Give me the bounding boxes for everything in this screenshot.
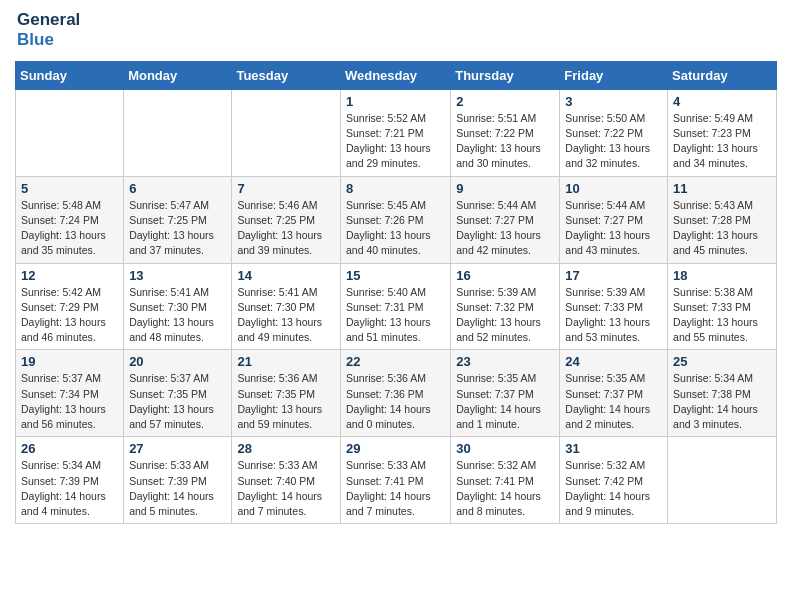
calendar-cell xyxy=(232,89,341,176)
day-info: Sunrise: 5:34 AMSunset: 7:38 PMDaylight:… xyxy=(673,371,771,432)
calendar-cell: 21Sunrise: 5:36 AMSunset: 7:35 PMDayligh… xyxy=(232,350,341,437)
day-number: 8 xyxy=(346,181,445,196)
day-info: Sunrise: 5:50 AMSunset: 7:22 PMDaylight:… xyxy=(565,111,662,172)
header: General Blue xyxy=(15,10,777,51)
day-info: Sunrise: 5:41 AMSunset: 7:30 PMDaylight:… xyxy=(129,285,226,346)
day-info: Sunrise: 5:45 AMSunset: 7:26 PMDaylight:… xyxy=(346,198,445,259)
day-number: 1 xyxy=(346,94,445,109)
day-info: Sunrise: 5:33 AMSunset: 7:41 PMDaylight:… xyxy=(346,458,445,519)
day-number: 24 xyxy=(565,354,662,369)
calendar-cell: 23Sunrise: 5:35 AMSunset: 7:37 PMDayligh… xyxy=(451,350,560,437)
day-info: Sunrise: 5:43 AMSunset: 7:28 PMDaylight:… xyxy=(673,198,771,259)
day-number: 3 xyxy=(565,94,662,109)
day-info: Sunrise: 5:47 AMSunset: 7:25 PMDaylight:… xyxy=(129,198,226,259)
day-number: 4 xyxy=(673,94,771,109)
day-number: 10 xyxy=(565,181,662,196)
calendar-cell: 6Sunrise: 5:47 AMSunset: 7:25 PMDaylight… xyxy=(124,176,232,263)
day-info: Sunrise: 5:51 AMSunset: 7:22 PMDaylight:… xyxy=(456,111,554,172)
calendar-table: SundayMondayTuesdayWednesdayThursdayFrid… xyxy=(15,61,777,524)
calendar-cell: 2Sunrise: 5:51 AMSunset: 7:22 PMDaylight… xyxy=(451,89,560,176)
day-number: 9 xyxy=(456,181,554,196)
day-info: Sunrise: 5:32 AMSunset: 7:41 PMDaylight:… xyxy=(456,458,554,519)
calendar-cell: 28Sunrise: 5:33 AMSunset: 7:40 PMDayligh… xyxy=(232,437,341,524)
day-number: 11 xyxy=(673,181,771,196)
day-info: Sunrise: 5:34 AMSunset: 7:39 PMDaylight:… xyxy=(21,458,118,519)
calendar-cell: 16Sunrise: 5:39 AMSunset: 7:32 PMDayligh… xyxy=(451,263,560,350)
day-info: Sunrise: 5:42 AMSunset: 7:29 PMDaylight:… xyxy=(21,285,118,346)
day-info: Sunrise: 5:35 AMSunset: 7:37 PMDaylight:… xyxy=(456,371,554,432)
logo: General Blue xyxy=(15,10,80,51)
day-info: Sunrise: 5:33 AMSunset: 7:39 PMDaylight:… xyxy=(129,458,226,519)
day-of-week-header: Tuesday xyxy=(232,61,341,89)
day-number: 17 xyxy=(565,268,662,283)
calendar-cell: 30Sunrise: 5:32 AMSunset: 7:41 PMDayligh… xyxy=(451,437,560,524)
day-info: Sunrise: 5:38 AMSunset: 7:33 PMDaylight:… xyxy=(673,285,771,346)
calendar-cell: 10Sunrise: 5:44 AMSunset: 7:27 PMDayligh… xyxy=(560,176,668,263)
calendar-cell: 20Sunrise: 5:37 AMSunset: 7:35 PMDayligh… xyxy=(124,350,232,437)
day-number: 27 xyxy=(129,441,226,456)
day-info: Sunrise: 5:36 AMSunset: 7:35 PMDaylight:… xyxy=(237,371,335,432)
calendar-cell: 25Sunrise: 5:34 AMSunset: 7:38 PMDayligh… xyxy=(668,350,777,437)
logo-general: General xyxy=(17,10,80,30)
calendar-cell: 1Sunrise: 5:52 AMSunset: 7:21 PMDaylight… xyxy=(340,89,450,176)
calendar-cell: 8Sunrise: 5:45 AMSunset: 7:26 PMDaylight… xyxy=(340,176,450,263)
calendar-cell xyxy=(124,89,232,176)
calendar-cell: 5Sunrise: 5:48 AMSunset: 7:24 PMDaylight… xyxy=(16,176,124,263)
calendar-cell: 3Sunrise: 5:50 AMSunset: 7:22 PMDaylight… xyxy=(560,89,668,176)
day-info: Sunrise: 5:46 AMSunset: 7:25 PMDaylight:… xyxy=(237,198,335,259)
day-info: Sunrise: 5:39 AMSunset: 7:33 PMDaylight:… xyxy=(565,285,662,346)
day-number: 23 xyxy=(456,354,554,369)
day-number: 28 xyxy=(237,441,335,456)
day-info: Sunrise: 5:44 AMSunset: 7:27 PMDaylight:… xyxy=(565,198,662,259)
day-of-week-header: Friday xyxy=(560,61,668,89)
calendar-cell: 13Sunrise: 5:41 AMSunset: 7:30 PMDayligh… xyxy=(124,263,232,350)
day-number: 7 xyxy=(237,181,335,196)
day-number: 2 xyxy=(456,94,554,109)
day-number: 5 xyxy=(21,181,118,196)
day-number: 18 xyxy=(673,268,771,283)
calendar-cell: 14Sunrise: 5:41 AMSunset: 7:30 PMDayligh… xyxy=(232,263,341,350)
calendar-cell: 7Sunrise: 5:46 AMSunset: 7:25 PMDaylight… xyxy=(232,176,341,263)
day-info: Sunrise: 5:41 AMSunset: 7:30 PMDaylight:… xyxy=(237,285,335,346)
calendar-cell: 9Sunrise: 5:44 AMSunset: 7:27 PMDaylight… xyxy=(451,176,560,263)
calendar-week-row: 1Sunrise: 5:52 AMSunset: 7:21 PMDaylight… xyxy=(16,89,777,176)
calendar-cell: 24Sunrise: 5:35 AMSunset: 7:37 PMDayligh… xyxy=(560,350,668,437)
day-number: 31 xyxy=(565,441,662,456)
day-number: 14 xyxy=(237,268,335,283)
calendar-week-row: 26Sunrise: 5:34 AMSunset: 7:39 PMDayligh… xyxy=(16,437,777,524)
day-number: 22 xyxy=(346,354,445,369)
day-number: 20 xyxy=(129,354,226,369)
calendar-week-row: 19Sunrise: 5:37 AMSunset: 7:34 PMDayligh… xyxy=(16,350,777,437)
calendar-cell: 12Sunrise: 5:42 AMSunset: 7:29 PMDayligh… xyxy=(16,263,124,350)
day-of-week-header: Thursday xyxy=(451,61,560,89)
calendar-cell: 27Sunrise: 5:33 AMSunset: 7:39 PMDayligh… xyxy=(124,437,232,524)
day-info: Sunrise: 5:39 AMSunset: 7:32 PMDaylight:… xyxy=(456,285,554,346)
calendar-cell: 31Sunrise: 5:32 AMSunset: 7:42 PMDayligh… xyxy=(560,437,668,524)
day-number: 25 xyxy=(673,354,771,369)
day-info: Sunrise: 5:44 AMSunset: 7:27 PMDaylight:… xyxy=(456,198,554,259)
calendar-cell: 17Sunrise: 5:39 AMSunset: 7:33 PMDayligh… xyxy=(560,263,668,350)
day-info: Sunrise: 5:33 AMSunset: 7:40 PMDaylight:… xyxy=(237,458,335,519)
day-number: 12 xyxy=(21,268,118,283)
day-number: 6 xyxy=(129,181,226,196)
day-number: 26 xyxy=(21,441,118,456)
day-number: 30 xyxy=(456,441,554,456)
calendar-cell: 29Sunrise: 5:33 AMSunset: 7:41 PMDayligh… xyxy=(340,437,450,524)
page: General Blue SundayMondayTuesdayWednesda… xyxy=(0,0,792,534)
day-info: Sunrise: 5:37 AMSunset: 7:35 PMDaylight:… xyxy=(129,371,226,432)
day-info: Sunrise: 5:49 AMSunset: 7:23 PMDaylight:… xyxy=(673,111,771,172)
day-of-week-header: Saturday xyxy=(668,61,777,89)
calendar-cell: 26Sunrise: 5:34 AMSunset: 7:39 PMDayligh… xyxy=(16,437,124,524)
calendar-cell: 19Sunrise: 5:37 AMSunset: 7:34 PMDayligh… xyxy=(16,350,124,437)
day-number: 15 xyxy=(346,268,445,283)
day-info: Sunrise: 5:40 AMSunset: 7:31 PMDaylight:… xyxy=(346,285,445,346)
calendar-week-row: 5Sunrise: 5:48 AMSunset: 7:24 PMDaylight… xyxy=(16,176,777,263)
day-info: Sunrise: 5:32 AMSunset: 7:42 PMDaylight:… xyxy=(565,458,662,519)
day-number: 21 xyxy=(237,354,335,369)
day-info: Sunrise: 5:48 AMSunset: 7:24 PMDaylight:… xyxy=(21,198,118,259)
day-number: 13 xyxy=(129,268,226,283)
calendar-cell: 15Sunrise: 5:40 AMSunset: 7:31 PMDayligh… xyxy=(340,263,450,350)
calendar-week-row: 12Sunrise: 5:42 AMSunset: 7:29 PMDayligh… xyxy=(16,263,777,350)
calendar-cell xyxy=(16,89,124,176)
day-number: 29 xyxy=(346,441,445,456)
